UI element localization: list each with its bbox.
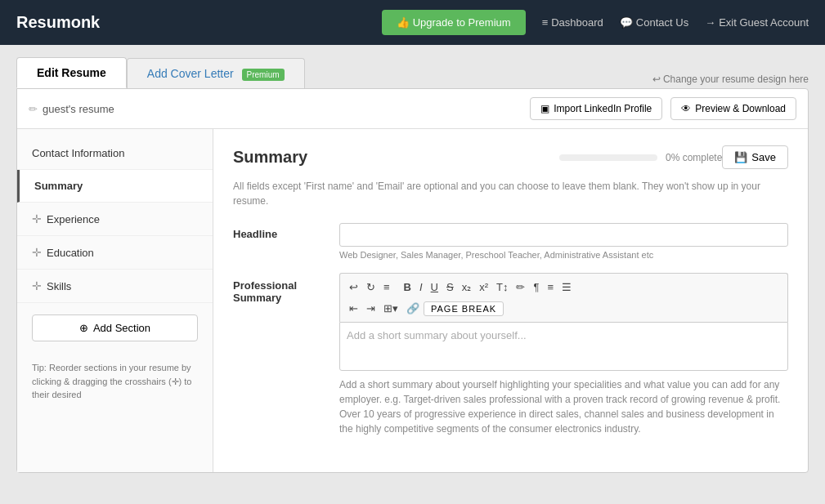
main-content-area: Summary 0% complete 💾 Save All fields ex…	[213, 129, 808, 472]
toolbar-row-2: ⇤ ⇥ ⊞▾ 🔗 PAGE BREAK	[343, 298, 784, 319]
exit-guest-link[interactable]: → Exit Guest Account	[705, 16, 809, 29]
exit-guest-label: Exit Guest Account	[719, 16, 809, 29]
preview-download-button[interactable]: 👁 Preview & Download	[670, 97, 796, 120]
linkedin-icon: ▣	[540, 103, 549, 114]
align-button[interactable]: ≡	[379, 279, 394, 296]
professional-summary-label: ProfessionalSummary	[233, 273, 339, 304]
headline-row: Headline Web Designer, Sales Manager, Pr…	[233, 223, 788, 260]
italic-button[interactable]: I	[415, 279, 427, 296]
indent-right-button[interactable]: ⇥	[362, 300, 379, 317]
education-label: Education	[47, 247, 94, 259]
tabs-row: Edit Resume Add Cover Letter Premium Cha…	[16, 57, 809, 88]
page-break-button[interactable]: PAGE BREAK	[424, 301, 504, 316]
add-section-area: ⊕ Add Section	[32, 314, 198, 341]
sidebar-tip: Tip: Reorder sections in your resume by …	[17, 353, 213, 410]
link-button[interactable]: 🔗	[402, 300, 424, 317]
professional-summary-row: ProfessionalSummary ↩ ↻ ≡ B I U	[233, 273, 788, 436]
contact-us-label: Contact Us	[636, 16, 688, 29]
header: Resumonk Upgrade to Premium ≡ Dashboard …	[0, 0, 825, 45]
skills-label: Skills	[47, 280, 71, 292]
logo: Resumonk	[16, 13, 382, 32]
ordered-list-button[interactable]: ≡	[543, 279, 558, 296]
sidebar-item-contact-information[interactable]: Contact Information	[17, 137, 213, 170]
paragraph-button[interactable]: ¶	[529, 279, 543, 296]
redo-button[interactable]: ↻	[362, 279, 379, 296]
editor-placeholder: Add a short summary about yourself...	[347, 329, 781, 341]
headline-input[interactable]	[339, 223, 788, 247]
header-nav: ≡ Dashboard 💬 Contact Us → Exit Guest Ac…	[542, 16, 809, 29]
progress-bar-area: 0% complete	[559, 152, 722, 163]
add-section-plus-icon: ⊕	[79, 322, 88, 334]
exit-icon: →	[705, 16, 715, 29]
rich-text-editor[interactable]: Add a short summary about yourself...	[339, 322, 788, 371]
headline-input-area: Web Designer, Sales Manager, Preschool T…	[339, 223, 788, 260]
summary-label: Summary	[34, 180, 83, 192]
premium-badge: Premium	[242, 69, 285, 81]
progress-bar-background	[559, 154, 657, 161]
section-header: Summary 0% complete 💾 Save	[233, 145, 788, 169]
indent-left-button[interactable]: ⇤	[345, 300, 362, 317]
rich-text-toolbar: ↩ ↻ ≡ B I U S x₂ x² T↕	[339, 273, 788, 322]
dashboard-label: Dashboard	[551, 16, 603, 29]
undo-button[interactable]: ↩	[345, 279, 362, 296]
design-link[interactable]: Change your resume design here	[305, 74, 809, 88]
sidebar-item-summary[interactable]: Summary	[17, 170, 213, 203]
bold-button[interactable]: B	[400, 279, 415, 296]
headline-hint: Web Designer, Sales Manager, Preschool T…	[339, 250, 788, 260]
contact-information-label: Contact Information	[32, 147, 124, 159]
color-button[interactable]: ✏	[512, 279, 529, 296]
dashboard-icon: ≡	[542, 16, 549, 29]
content-toolbar: guest's resume ▣ Import LinkedIn Profile…	[17, 89, 808, 129]
edit-resume-label: Edit Resume	[37, 66, 106, 79]
toolbar-row-1: ↩ ↻ ≡ B I U S x₂ x² T↕	[343, 277, 784, 297]
chat-icon: 💬	[620, 16, 633, 29]
two-col-layout: Contact Information Summary ✛ Experience…	[17, 129, 808, 472]
unordered-list-button[interactable]: ☰	[558, 279, 576, 296]
dashboard-link[interactable]: ≡ Dashboard	[542, 16, 603, 29]
summary-hint: Add a short summary about yourself highl…	[339, 377, 788, 436]
experience-label: Experience	[47, 213, 100, 225]
contact-us-link[interactable]: 💬 Contact Us	[620, 16, 688, 29]
strikethrough-button[interactable]: S	[442, 279, 458, 296]
sidebar-item-experience[interactable]: ✛ Experience	[17, 203, 213, 236]
tab-add-cover-letter[interactable]: Add Cover Letter Premium	[127, 58, 305, 88]
underline-button[interactable]: U	[427, 279, 442, 296]
eye-icon: 👁	[681, 103, 691, 114]
sidebar-item-skills[interactable]: ✛ Skills	[17, 270, 213, 303]
progress-text: 0% complete	[666, 152, 722, 163]
professional-summary-input-area: ↩ ↻ ≡ B I U S x₂ x² T↕	[339, 273, 788, 436]
save-button[interactable]: 💾 Save	[722, 145, 788, 169]
import-linkedin-button[interactable]: ▣ Import LinkedIn Profile	[530, 97, 662, 120]
add-section-button[interactable]: ⊕ Add Section	[32, 314, 198, 341]
content-box: guest's resume ▣ Import LinkedIn Profile…	[16, 88, 809, 473]
main-container: Edit Resume Add Cover Letter Premium Cha…	[0, 45, 825, 485]
upgrade-button[interactable]: Upgrade to Premium	[382, 10, 526, 35]
info-text: All fields except 'First name' and 'Emai…	[233, 179, 788, 208]
subscript-button[interactable]: x₂	[458, 279, 476, 296]
experience-plus-icon: ✛	[32, 212, 42, 225]
superscript-button[interactable]: x²	[475, 279, 492, 296]
tab-edit-resume[interactable]: Edit Resume	[16, 57, 127, 88]
sidebar-item-education[interactable]: ✛ Education	[17, 236, 213, 270]
section-title: Summary	[233, 148, 559, 167]
education-plus-icon: ✛	[32, 246, 42, 259]
headline-label: Headline	[233, 223, 339, 240]
save-icon: 💾	[734, 151, 747, 163]
sidebar: Contact Information Summary ✛ Experience…	[17, 129, 213, 472]
table-button[interactable]: ⊞▾	[379, 300, 402, 317]
add-cover-letter-label: Add Cover Letter	[147, 67, 234, 80]
skills-plus-icon: ✛	[32, 279, 42, 292]
resume-title: guest's resume	[29, 103, 522, 115]
font-size-button[interactable]: T↕	[492, 279, 512, 296]
